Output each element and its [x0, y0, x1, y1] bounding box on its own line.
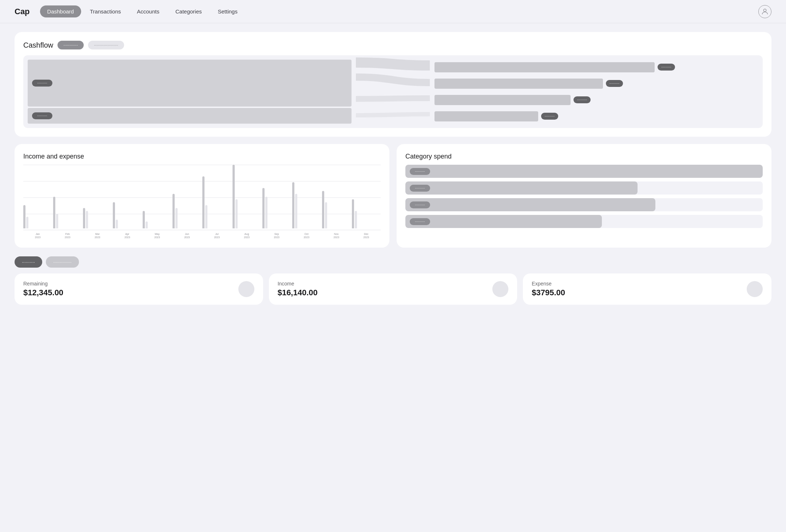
income-expense-card: Income and expense Jan2023Feb2023Mar2023… [15, 144, 389, 248]
sankey-right-row-4: ·········· [434, 111, 758, 121]
income-label: Income [278, 281, 318, 287]
category-row-2: ·········· [405, 198, 763, 211]
nav-item-accounts[interactable]: Accounts [130, 5, 167, 17]
income-bar-4 [143, 211, 145, 228]
summary-expense-card: Expense $3795.00 [523, 273, 771, 305]
sankey-bar-2 [434, 79, 603, 89]
sankey-right-pill-3: ·········· [573, 96, 591, 103]
navbar: Cap Dashboard Transactions Accounts Cate… [0, 0, 786, 23]
expense-bar-7 [235, 199, 238, 228]
sankey-right: ·········· ·········· ·········· ·······… [430, 55, 763, 128]
sankey-bar-3 [434, 95, 571, 105]
middle-row: Income and expense Jan2023Feb2023Mar2023… [15, 144, 771, 248]
sankey-right-pill-2: ·········· [606, 80, 623, 87]
income-bar-9 [292, 182, 294, 228]
chart-label-10: Nov2023 [322, 232, 351, 239]
cashflow-pill-2[interactable]: ···················· [88, 41, 124, 49]
remaining-value: $12,345.00 [23, 288, 63, 297]
sankey-right-row-1: ·········· [434, 62, 758, 72]
chart-label-6: Jul2023 [202, 232, 231, 239]
summary-remaining-card: Remaining $12,345.00 [15, 273, 263, 305]
bar-group-11 [352, 199, 381, 228]
sankey-block-income: ·········· [28, 60, 352, 107]
chart-label-8: Sep2023 [262, 232, 291, 239]
chart-label-9: Oct2023 [292, 232, 321, 239]
income-bar-10 [322, 191, 324, 228]
expense-bar-6 [205, 205, 207, 228]
summary-income-card: Income $16,140.00 [269, 273, 517, 305]
expense-bar-0 [26, 217, 28, 228]
category-pill-1: ·········· [410, 185, 430, 192]
chart-label-4: May2023 [143, 232, 171, 239]
category-spend-title: Category spend [405, 153, 763, 160]
chart-label-2: Mar2023 [83, 232, 112, 239]
sankey-connectors [356, 55, 430, 128]
category-bar-fill-1: ·········· [405, 181, 638, 195]
bar-group-9 [292, 182, 321, 228]
category-bar-bg-0: ·········· [405, 165, 763, 178]
budget-section: ·········· ·············· Remaining $12,… [15, 256, 771, 305]
budget-tab-2[interactable]: ·············· [46, 256, 79, 268]
chart-labels: Jan2023Feb2023Mar2023Apr2023May2023Jun20… [23, 232, 381, 239]
chart-label-3: Apr2023 [113, 232, 142, 239]
nav-item-categories[interactable]: Categories [168, 5, 209, 17]
expense-bar-10 [325, 202, 327, 228]
expense-circle [747, 281, 763, 297]
nav-items: Dashboard Transactions Accounts Categori… [40, 5, 755, 17]
sankey-right-pill-1: ·········· [658, 64, 675, 71]
chart-label-0: Jan2023 [23, 232, 52, 239]
income-bar-11 [352, 199, 354, 228]
expense-bar-1 [56, 214, 58, 228]
income-expense-title: Income and expense [23, 153, 381, 160]
sankey-bar-4 [434, 111, 538, 121]
bar-group-4 [143, 211, 171, 228]
category-bar-bg-3: ·········· [405, 215, 763, 228]
cashflow-title: Cashflow [23, 41, 53, 49]
category-row-1: ·········· [405, 181, 763, 195]
bar-group-8 [262, 188, 291, 228]
sankey-right-pill-4: ·········· [541, 113, 559, 120]
income-value: $16,140.00 [278, 288, 318, 297]
income-bar-8 [262, 188, 265, 228]
chart-label-7: Aug2023 [233, 232, 261, 239]
expense-bar-4 [146, 221, 148, 228]
cashflow-pill-1[interactable]: ············ [57, 41, 84, 49]
income-bar-7 [233, 165, 235, 228]
expense-bar-2 [86, 211, 88, 228]
sankey-right-row-2: ·········· [434, 79, 758, 89]
budget-tabs: ·········· ·············· [15, 256, 771, 268]
summary-expense-info: Expense $3795.00 [532, 281, 565, 297]
bar-group-3 [113, 202, 142, 228]
sankey-income-label: ·········· [32, 80, 52, 87]
expense-bar-5 [175, 208, 178, 228]
app-logo: Cap [15, 7, 30, 16]
chart-label-1: Feb2023 [53, 232, 82, 239]
svg-point-0 [763, 9, 766, 11]
category-pill-2: ·········· [410, 201, 430, 208]
nav-item-transactions[interactable]: Transactions [83, 5, 128, 17]
income-bar-2 [83, 208, 85, 228]
category-spend-card: Category spend ·························… [397, 144, 771, 248]
expense-bar-8 [265, 197, 267, 229]
category-bar-fill-2: ·········· [405, 198, 655, 211]
sankey-diagram: ·········· ·········· [23, 55, 763, 128]
income-bar-5 [172, 194, 175, 228]
main-content: Cashflow ············ ··················… [0, 23, 786, 319]
budget-tab-1[interactable]: ·········· [15, 256, 42, 268]
bar-group-7 [233, 165, 261, 228]
expense-value: $3795.00 [532, 288, 565, 297]
summary-row: Remaining $12,345.00 Income $16,140.00 E… [15, 273, 771, 305]
chart-label-11: Dec2023 [352, 232, 381, 239]
category-bar-fill-0: ·········· [405, 165, 763, 178]
category-row-0: ·········· [405, 165, 763, 178]
summary-income-info: Income $16,140.00 [278, 281, 318, 297]
nav-item-dashboard[interactable]: Dashboard [40, 5, 81, 17]
cashflow-header: Cashflow ············ ··················… [23, 41, 763, 49]
user-avatar[interactable] [758, 5, 771, 18]
bar-group-6 [202, 176, 231, 228]
category-bar-bg-2: ·········· [405, 198, 763, 211]
nav-item-settings[interactable]: Settings [211, 5, 245, 17]
bar-group-0 [23, 205, 52, 228]
category-bar-bg-1: ·········· [405, 181, 763, 195]
income-bar-0 [23, 205, 25, 228]
